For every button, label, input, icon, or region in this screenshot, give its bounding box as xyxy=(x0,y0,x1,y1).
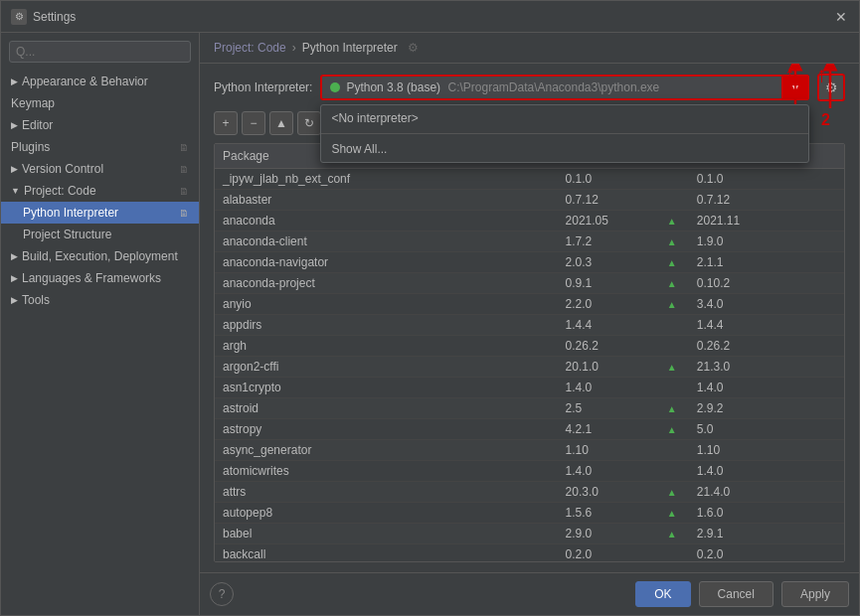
sidebar-item-editor[interactable]: ▶ Editor xyxy=(1,114,199,136)
cell-package: anaconda-navigator xyxy=(215,252,558,273)
cell-version: 2.0.3 xyxy=(558,252,659,273)
cell-latest: 1.10 xyxy=(689,440,844,461)
cell-latest: 21.3.0 xyxy=(689,357,844,378)
table-row[interactable]: anaconda-navigator 2.0.3 ▲ 2.1.1 xyxy=(215,252,844,273)
table-row[interactable]: argh 0.26.2 0.26.2 xyxy=(215,336,844,357)
page-icon: 🗎 xyxy=(179,142,189,153)
breadcrumb: Project: Code › Python Interpreter ⚙ xyxy=(200,33,859,64)
table-row[interactable]: backcall 0.2.0 0.2.0 xyxy=(215,544,844,563)
main-content: ▶ Appearance & Behavior Keymap ▶ Editor … xyxy=(1,33,859,615)
cell-latest: 0.2.0 xyxy=(689,544,844,563)
cell-upgrade xyxy=(659,440,689,461)
sidebar-item-project-structure[interactable]: Project Structure xyxy=(1,224,199,245)
no-interpreter-option[interactable]: <No interpreter> xyxy=(321,105,808,131)
settings-icon: ⚙ xyxy=(11,9,27,25)
table-row[interactable]: astropy 4.2.1 ▲ 5.0 xyxy=(215,419,844,440)
cell-version: 20.3.0 xyxy=(558,482,659,503)
cell-version: 0.2.0 xyxy=(558,544,659,563)
sidebar-item-python-interpreter[interactable]: Python Interpreter 🗎 xyxy=(1,202,199,224)
cell-latest: 0.26.2 xyxy=(689,336,844,357)
interpreter-section: Python Interpreter: Python 3.8 (base) C:… xyxy=(214,74,845,111)
window-title: Settings xyxy=(33,10,76,24)
cell-latest: 5.0 xyxy=(689,419,844,440)
table-row[interactable]: argon2-cffi 20.1.0 ▲ 21.3.0 xyxy=(215,357,844,378)
cell-package: attrs xyxy=(215,482,558,503)
cell-package: asn1crypto xyxy=(215,378,558,398)
table-row[interactable]: appdirs 1.4.4 1.4.4 xyxy=(215,315,844,336)
expand-icon: ▶ xyxy=(11,120,18,130)
cell-version: 4.2.1 xyxy=(558,419,659,440)
cell-version: 2.5 xyxy=(558,398,659,419)
cell-upgrade: ▲ xyxy=(659,294,689,315)
sidebar-item-plugins[interactable]: Plugins 🗎 xyxy=(1,136,199,158)
close-button[interactable]: ✕ xyxy=(833,9,849,25)
gear-settings-button[interactable]: ⚙ xyxy=(817,74,845,101)
cancel-button[interactable]: Cancel xyxy=(699,581,774,607)
table-row[interactable]: anaconda-client 1.7.2 ▲ 1.9.0 xyxy=(215,231,844,252)
expand-icon: ▶ xyxy=(11,295,18,305)
table-row[interactable]: asn1crypto 1.4.0 1.4.0 xyxy=(215,378,844,398)
sidebar-item-label: Keymap xyxy=(11,96,55,110)
refresh-package-button[interactable]: ↻ xyxy=(297,111,321,135)
sidebar-item-label: Plugins xyxy=(11,140,50,154)
cell-upgrade: ▲ xyxy=(659,398,689,419)
help-button[interactable]: ? xyxy=(210,582,234,606)
table-row[interactable]: _ipyw_jlab_nb_ext_conf 0.1.0 0.1.0 xyxy=(215,169,844,190)
sidebar-item-label: Python Interpreter xyxy=(23,206,118,220)
interpreter-dropdown[interactable]: Python 3.8 (base) C:\ProgramData\Anacond… xyxy=(320,75,809,100)
cell-package: anaconda-project xyxy=(215,273,558,294)
table-row[interactable]: attrs 20.3.0 ▲ 21.4.0 xyxy=(215,482,844,503)
add-package-button[interactable]: + xyxy=(214,111,238,135)
table-row[interactable]: autopep8 1.5.6 ▲ 1.6.0 xyxy=(215,503,844,524)
table-row[interactable]: anyio 2.2.0 ▲ 3.4.0 xyxy=(215,294,844,315)
page-icon: 🗎 xyxy=(179,164,189,175)
cell-version: 1.5.6 xyxy=(558,503,659,524)
sidebar-item-appearance[interactable]: ▶ Appearance & Behavior xyxy=(1,71,199,92)
table-row[interactable]: astroid 2.5 ▲ 2.9.2 xyxy=(215,398,844,419)
table-row[interactable]: atomicwrites 1.4.0 1.4.0 xyxy=(215,461,844,482)
cell-version: 2021.05 xyxy=(558,211,659,231)
status-dot xyxy=(330,82,340,92)
cell-upgrade: ▲ xyxy=(659,231,689,252)
table-row[interactable]: babel 2.9.0 ▲ 2.9.1 xyxy=(215,524,844,544)
packages-table[interactable]: Package Version Latest version _ipyw_jla… xyxy=(214,143,845,562)
page-icon: 🗎 xyxy=(179,208,189,219)
table-row[interactable]: anaconda 2021.05 ▲ 2021.11 xyxy=(215,211,844,231)
show-all-option[interactable]: Show All... xyxy=(321,136,808,162)
sidebar-item-keymap[interactable]: Keymap xyxy=(1,92,199,114)
cell-package: autopep8 xyxy=(215,503,558,524)
sidebar-item-build[interactable]: ▶ Build, Execution, Deployment xyxy=(1,245,199,267)
table-row[interactable]: async_generator 1.10 1.10 xyxy=(215,440,844,461)
cell-package: babel xyxy=(215,524,558,544)
interpreter-dropdown-container: Python 3.8 (base) C:\ProgramData\Anacond… xyxy=(320,75,809,100)
packages-list: Package Version Latest version _ipyw_jla… xyxy=(215,144,844,562)
sidebar-item-tools[interactable]: ▶ Tools xyxy=(1,289,199,311)
sidebar-item-project-code[interactable]: ▼ Project: Code 🗎 xyxy=(1,180,199,202)
search-box xyxy=(9,41,191,63)
cell-package: anaconda xyxy=(215,211,558,231)
sidebar-item-label: Appearance & Behavior xyxy=(22,75,148,88)
apply-button[interactable]: Apply xyxy=(781,581,849,607)
search-input[interactable] xyxy=(9,41,191,63)
table-row[interactable]: anaconda-project 0.9.1 ▲ 0.10.2 xyxy=(215,273,844,294)
table-row[interactable]: alabaster 0.7.12 0.7.12 xyxy=(215,190,844,211)
cell-latest: 0.7.12 xyxy=(689,190,844,211)
remove-package-button[interactable]: − xyxy=(242,111,265,135)
sidebar-item-languages[interactable]: ▶ Languages & Frameworks xyxy=(1,267,199,289)
cell-latest: 1.4.0 xyxy=(689,378,844,398)
cell-latest: 1.4.0 xyxy=(689,461,844,482)
dropdown-arrow-button[interactable]: ▼ xyxy=(781,75,809,100)
sidebar-item-label: Tools xyxy=(22,293,50,307)
cell-latest: 21.4.0 xyxy=(689,482,844,503)
bottom-bar: ? OK Cancel Apply xyxy=(200,572,859,615)
expand-icon-down: ▼ xyxy=(11,186,20,196)
cell-upgrade: ▲ xyxy=(659,273,689,294)
gear-icon: ⚙ xyxy=(825,79,838,95)
ok-button[interactable]: OK xyxy=(635,581,690,607)
cell-latest: 2.1.1 xyxy=(689,252,844,273)
cell-package: _ipyw_jlab_nb_ext_conf xyxy=(215,169,558,190)
cell-package: anaconda-client xyxy=(215,231,558,252)
up-package-button[interactable]: ▲ xyxy=(269,111,293,135)
cell-package: alabaster xyxy=(215,190,558,211)
sidebar-item-version-control[interactable]: ▶ Version Control 🗎 xyxy=(1,158,199,180)
